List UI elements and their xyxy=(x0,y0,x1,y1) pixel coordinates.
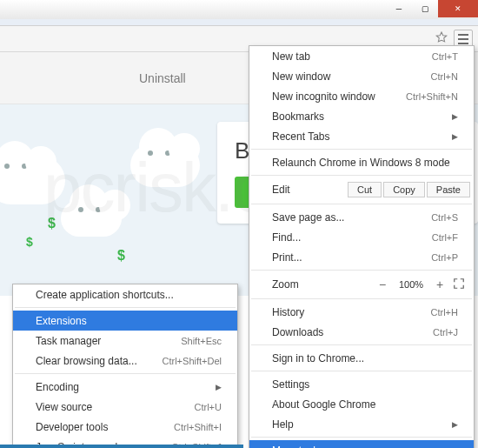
menu-separator xyxy=(251,437,472,438)
menu-print[interactable]: Print...Ctrl+P xyxy=(249,247,474,267)
menu-separator xyxy=(251,175,472,176)
menu-separator xyxy=(251,371,472,371)
dollar-icon: $ xyxy=(117,248,125,264)
cloud-icon xyxy=(0,157,65,204)
menu-downloads[interactable]: DownloadsCtrl+J xyxy=(249,322,474,342)
menu-new-incognito[interactable]: New incognito windowCtrl+Shift+N xyxy=(249,86,474,106)
taskbar-sliver xyxy=(0,445,243,448)
menu-separator xyxy=(251,204,472,204)
menu-help[interactable]: Help▶ xyxy=(249,414,474,434)
chrome-main-menu: New tabCtrl+T New windowCtrl+N New incog… xyxy=(249,45,475,448)
menu-history[interactable]: HistoryCtrl+H xyxy=(249,302,474,322)
maximize-button[interactable]: ▢ xyxy=(412,0,438,17)
menu-zoom-row: Zoom − 100% + xyxy=(249,273,474,296)
minimize-button[interactable]: ─ xyxy=(386,0,412,17)
menu-sign-in[interactable]: Sign in to Chrome... xyxy=(249,348,474,368)
menu-recent-tabs[interactable]: Recent Tabs▶ xyxy=(249,126,474,146)
more-tools-submenu: Create application shortcuts... Extensio… xyxy=(12,284,238,448)
menu-about[interactable]: About Google Chrome xyxy=(249,394,474,414)
menu-new-tab[interactable]: New tabCtrl+T xyxy=(249,46,474,66)
zoom-in-button[interactable]: + xyxy=(430,277,449,291)
submenu-dev-tools[interactable]: Developer toolsCtrl+Shift+I xyxy=(13,417,237,437)
menu-separator xyxy=(251,298,472,299)
window-titlebar: ─ ▢ ✕ xyxy=(0,0,478,19)
submenu-extensions[interactable]: Extensions xyxy=(13,311,237,331)
menu-find[interactable]: Find...Ctrl+F xyxy=(249,227,474,247)
dollar-icon: $ xyxy=(26,235,33,249)
menu-separator xyxy=(15,307,236,308)
close-button[interactable]: ✕ xyxy=(438,0,478,17)
menu-save-page[interactable]: Save page as...Ctrl+S xyxy=(249,207,474,227)
cut-button[interactable]: Cut xyxy=(348,182,382,197)
cloud-icon xyxy=(61,200,122,237)
zoom-label: Zoom xyxy=(272,278,373,291)
menu-edit-row: Edit Cut Copy Paste xyxy=(249,178,474,201)
fullscreen-icon[interactable] xyxy=(449,277,468,292)
paste-button[interactable]: Paste xyxy=(427,182,470,197)
zoom-out-button[interactable]: − xyxy=(373,277,392,291)
copy-button[interactable]: Copy xyxy=(383,182,425,197)
tab-strip xyxy=(0,19,478,26)
menu-bookmarks[interactable]: Bookmarks▶ xyxy=(249,106,474,126)
submenu-create-shortcuts[interactable]: Create application shortcuts... xyxy=(13,284,237,304)
menu-relaunch-win8[interactable]: Relaunch Chrome in Windows 8 mode xyxy=(249,152,474,172)
dollar-icon: $ xyxy=(48,216,56,231)
menu-settings[interactable]: Settings xyxy=(249,374,474,394)
submenu-view-source[interactable]: View sourceCtrl+U xyxy=(13,397,237,417)
menu-separator xyxy=(15,373,236,374)
cloud-icon xyxy=(130,144,200,187)
menu-edit-label: Edit xyxy=(272,184,346,196)
menu-more-tools[interactable]: More tools▶ xyxy=(249,440,474,448)
submenu-clear-data[interactable]: Clear browsing data...Ctrl+Shift+Del xyxy=(13,351,237,371)
uninstall-link[interactable]: Uninstall xyxy=(139,71,186,85)
menu-new-window[interactable]: New windowCtrl+N xyxy=(249,66,474,86)
submenu-task-manager[interactable]: Task managerShift+Esc xyxy=(13,331,237,351)
submenu-encoding[interactable]: Encoding▶ xyxy=(13,377,237,397)
menu-separator xyxy=(251,149,472,150)
zoom-value: 100% xyxy=(392,279,430,290)
menu-separator xyxy=(251,270,472,271)
menu-separator xyxy=(251,344,472,345)
